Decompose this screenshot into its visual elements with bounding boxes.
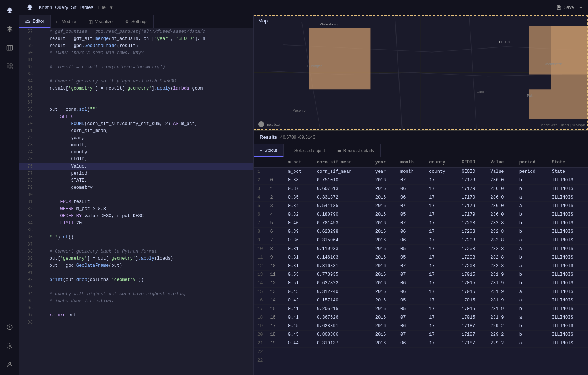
tab-module[interactable]: □ Module (51, 15, 83, 28)
save-button[interactable]: Save (556, 5, 574, 10)
cell-period: b (516, 176, 548, 185)
results-header: Results 40.6789,-89.5143 (254, 131, 588, 144)
layers-icon[interactable] (4, 23, 16, 35)
code-line: 89 out['geometry'] = out['geometry'].app… (19, 255, 253, 262)
code-line: 78 STATE, (19, 177, 253, 184)
tab-editor[interactable]: ≤≥ Editor (19, 15, 51, 28)
cell-period: b (516, 331, 548, 339)
file-menu[interactable]: File (98, 4, 106, 10)
cell-geoid: 17203 (458, 245, 487, 253)
table-row: 21190.440.3191372016061717187229.2aILLIN… (254, 339, 588, 348)
tab-stdout[interactable]: ≡ Stdout (254, 144, 284, 157)
results-tabs: ≡ Stdout □ Selected object ☰ Request det… (254, 144, 588, 157)
cell-value: 236.0 (487, 202, 516, 210)
cell-m_pct: 0.31 (284, 262, 313, 271)
code-line: 87 (19, 241, 253, 248)
cell-m_pct: 0.44 (284, 339, 313, 348)
cell-corn_sif_mean: 0.623298 (313, 228, 372, 236)
grid-icon[interactable] (4, 60, 16, 72)
cell-m_pct: 0.41 (284, 305, 313, 313)
cell-corn_sif_mean: 0.628391 (313, 322, 372, 331)
svg-text:Canton: Canton (477, 90, 488, 94)
cell-value: 232.8 (487, 228, 516, 236)
cell-geoid: 17015 (458, 279, 487, 288)
cell-corn_sif_mean: 0.315064 (313, 236, 372, 245)
cell-month: 06 (397, 193, 425, 202)
tab-selected-object[interactable]: □ Selected object (284, 144, 331, 157)
clock-icon[interactable] (4, 321, 16, 333)
content-row: ≤≥ Editor □ Module ◫ Visualize ⚙ Setting… (19, 15, 588, 375)
tab-visualize[interactable]: ◫ Visualize (82, 15, 119, 28)
cell-period: a (516, 262, 548, 271)
code-line: 75 GEOID, (19, 156, 253, 163)
cell-county (425, 348, 458, 356)
cell-period: b (516, 185, 548, 193)
code-line: 84 LIMIT 20 (19, 220, 253, 227)
table-row: 1190.310.1461032016051717203232.8bILLINO… (254, 253, 588, 262)
code-line: 62 # _result = result.drop(columns='geom… (19, 64, 253, 71)
row-number: 15 (254, 288, 266, 296)
cell-period: b (516, 322, 548, 331)
code-line: 83 ORDER BY Value DESC, m_pct DESC (19, 213, 253, 220)
more-options-icon[interactable]: ⋯ (578, 4, 582, 11)
row-index: 0 (266, 176, 284, 185)
cell-corn_sif_mean: 0.180790 (313, 210, 372, 219)
cell-state: ILLINOIS (548, 210, 588, 219)
row-index (266, 168, 284, 176)
cell-period: a (516, 193, 548, 202)
cell-state: ILLINOIS (548, 305, 588, 313)
table-row: 17150.410.2052152016051717015231.9bILLIN… (254, 305, 588, 313)
table-row-cursor: 22 (254, 356, 588, 365)
cell-geoid: 17187 (458, 339, 487, 348)
cell-year: 2016 (372, 236, 397, 245)
table-row: 12100.310.3168312016071717203232.8aILLIN… (254, 262, 588, 271)
cell-value: 232.8 (487, 253, 516, 262)
cell-month: 06 (397, 228, 425, 236)
cell-value: 232.8 (487, 219, 516, 228)
code-editor[interactable]: 57 # gdf_counties = gpd.read_parquet('s3… (19, 28, 253, 375)
cell-county: 17 (425, 219, 458, 228)
results-title: Results (260, 134, 277, 140)
col-corn-sif-mean: corn_sif_mean (313, 157, 372, 168)
code-line: 65 result['geometry'] = result['geometry… (19, 85, 253, 92)
row-number: 19 (254, 322, 266, 331)
cell-year: 2016 (372, 305, 397, 313)
map-icon[interactable] (4, 42, 16, 54)
svg-rect-1 (7, 64, 9, 66)
settings-icon[interactable] (4, 340, 16, 352)
cell-year: 2016 (372, 296, 397, 305)
cell-value: 236.0 (487, 210, 516, 219)
cell-state: ILLINOIS (548, 271, 588, 279)
code-line: 64 # Convert geometry so it plays well w… (19, 78, 253, 85)
tab-request-details[interactable]: ☰ Request details (331, 144, 381, 157)
table-row: 16140.420.1571402016051717015231.9aILLIN… (254, 296, 588, 305)
cell-month: 06 (397, 339, 425, 348)
row-index: 10 (266, 262, 284, 271)
cell-year: 2016 (372, 313, 397, 322)
code-line: 81 FROM result (19, 199, 253, 206)
user-icon[interactable] (4, 359, 16, 371)
data-table-wrapper[interactable]: m_pct corn_sif_mean year month county GE… (254, 157, 588, 375)
cell-period: b (516, 271, 548, 279)
cell-year: 2016 (372, 219, 397, 228)
row-number: 7 (254, 219, 266, 228)
tab-settings[interactable]: ⚙ Settings (119, 15, 154, 28)
cell-county: 17 (425, 331, 458, 339)
table-row: 1m_pctcorn_sif_meanyearmonthcountyGEOIDV… (254, 168, 588, 176)
cell-m_pct: 0.31 (284, 245, 313, 253)
row-number: 9 (254, 236, 266, 245)
cell-m_pct: 0.45 (284, 331, 313, 339)
cell-geoid: 17179 (458, 202, 487, 210)
code-line: 57 # gdf_counties = gpd.read_parquet('s3… (19, 28, 253, 35)
cell-m_pct: 0.51 (284, 279, 313, 288)
cell-corn_sif_mean: 0.331372 (313, 193, 372, 202)
cell-month: 07 (397, 176, 425, 185)
row-number: 18 (254, 313, 266, 322)
code-line: 82 WHERE m_pct > 0.3 (19, 206, 253, 213)
row-number: 8 (254, 228, 266, 236)
cell-m_pct: 0.53 (284, 271, 313, 279)
cell-month: 07 (397, 262, 425, 271)
cell-year (372, 348, 397, 356)
col-period: period (516, 157, 548, 168)
cell-year: year (372, 168, 397, 176)
